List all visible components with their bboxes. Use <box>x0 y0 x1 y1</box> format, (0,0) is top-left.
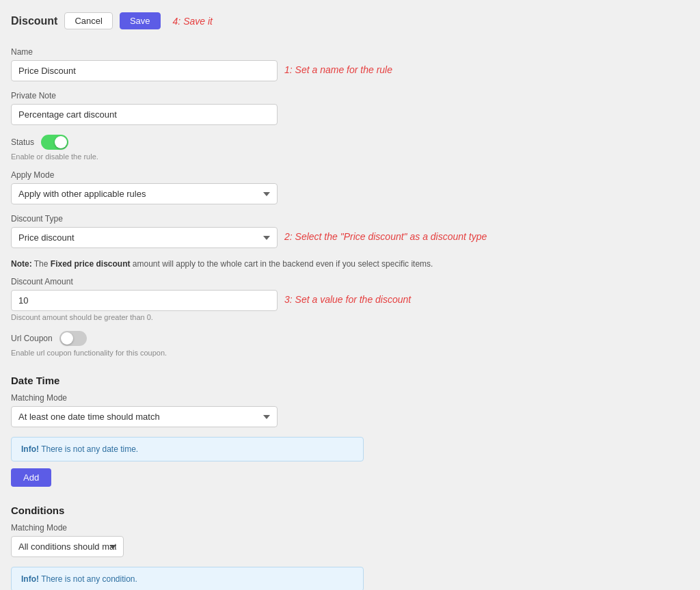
discount-type-annotation: 2: Select the "Price discount" as a disc… <box>284 231 487 242</box>
note-bold: Note: <box>11 259 32 269</box>
name-group: Name 1: Set a name for the rule <box>11 47 689 81</box>
conditions-matching-select[interactable]: All conditions should match At least one… <box>11 536 124 557</box>
discount-amount-input[interactable] <box>11 290 278 311</box>
discount-type-select[interactable]: Price discount <box>11 227 278 248</box>
discount-type-label: Discount Type <box>11 214 689 224</box>
name-label: Name <box>11 47 689 57</box>
date-time-matching-select[interactable]: At least one date time should match All … <box>11 406 278 427</box>
conditions-info-message: There is not any condition. <box>41 574 137 584</box>
url-coupon-slider <box>59 331 87 346</box>
page-wrapper: Discount Cancel Save 4: Save it Name 1: … <box>0 0 700 590</box>
discount-type-row: Price discount 2: Select the "Price disc… <box>11 227 689 248</box>
name-input[interactable] <box>11 60 278 81</box>
private-note-input[interactable] <box>11 104 278 125</box>
apply-mode-group: Apply Mode Apply with other applicable r… <box>11 170 689 204</box>
status-row: Status <box>11 135 689 150</box>
date-time-info-box: Info! There is not any date time. <box>11 437 364 461</box>
conditions-matching-group: Matching Mode All conditions should matc… <box>11 523 689 557</box>
url-coupon-toggle[interactable] <box>59 331 87 346</box>
discount-amount-label: Discount Amount <box>11 277 689 286</box>
discount-amount-helper: Discount amount should be greater than 0… <box>11 313 689 321</box>
conditions-info-label: Info! <box>21 574 39 584</box>
url-coupon-row: Url Coupon <box>11 331 689 346</box>
save-annotation: 4: Save it <box>173 16 213 27</box>
date-time-matching-label: Matching Mode <box>11 393 689 403</box>
discount-type-group: Discount Type Price discount 2: Select t… <box>11 214 689 248</box>
status-helper: Enable or disable the rule. <box>11 152 689 161</box>
header: Discount Cancel Save 4: Save it <box>11 7 689 35</box>
status-toggle[interactable] <box>41 135 68 150</box>
save-button[interactable]: Save <box>120 12 161 29</box>
private-note-label: Private Note <box>11 91 689 100</box>
divider1 <box>11 270 689 277</box>
note-fixed: Fixed price discount <box>51 259 131 269</box>
date-time-matching-group: Matching Mode At least one date time sho… <box>11 393 689 427</box>
conditions-section-header: Conditions <box>11 496 689 523</box>
discount-amount-annotation: 3: Set a value for the discount <box>284 294 411 305</box>
status-label: Status <box>11 137 34 147</box>
name-annotation: 1: Set a name for the rule <box>284 64 392 75</box>
conditions-info-box: Info! There is not any condition. <box>11 567 364 590</box>
status-group: Status Enable or disable the rule. <box>11 135 689 161</box>
discount-amount-row: 3: Set a value for the discount <box>11 290 689 311</box>
name-row: 1: Set a name for the rule <box>11 60 689 81</box>
date-time-info-message: There is not any date time. <box>41 444 138 454</box>
discount-amount-group: Discount Amount 3: Set a value for the d… <box>11 277 689 321</box>
apply-mode-label: Apply Mode <box>11 170 689 180</box>
note-prefix: Note: The Fixed price discount amount wi… <box>11 259 433 269</box>
date-time-add-button[interactable]: Add <box>11 468 51 487</box>
url-coupon-helper: Enable url coupon functionality for this… <box>11 349 689 357</box>
date-time-section-header: Date Time <box>11 366 689 393</box>
conditions-matching-label: Matching Mode <box>11 523 689 533</box>
url-coupon-label: Url Coupon <box>11 334 53 343</box>
page-title: Discount <box>11 15 57 27</box>
url-coupon-group: Url Coupon Enable url coupon functionali… <box>11 331 689 357</box>
apply-mode-select[interactable]: Apply with other applicable rules <box>11 183 278 204</box>
discount-note-box: Note: The Fixed price discount amount wi… <box>11 258 689 270</box>
date-time-info-label: Info! <box>21 444 39 454</box>
status-slider <box>41 135 68 150</box>
private-note-group: Private Note <box>11 91 689 125</box>
cancel-button[interactable]: Cancel <box>64 12 112 29</box>
